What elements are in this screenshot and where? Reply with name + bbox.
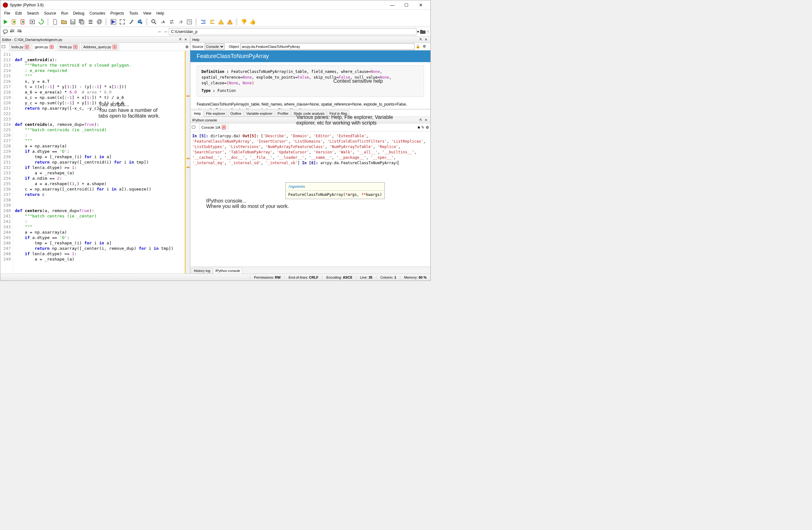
maximize-pane-button[interactable]	[118, 18, 126, 26]
run-cell-button[interactable]	[11, 18, 19, 26]
close-button[interactable]: ✕	[414, 0, 428, 10]
close-icon[interactable]: ×	[222, 125, 226, 130]
dedent-button[interactable]	[208, 18, 216, 26]
menu-help[interactable]: Help	[154, 11, 167, 16]
tab-history-log[interactable]: History log	[192, 268, 213, 274]
console-tab-1a[interactable]: Console 1/A×	[199, 124, 228, 131]
list-button[interactable]	[86, 18, 95, 26]
rerun-button[interactable]	[37, 18, 45, 26]
working-dir-text: C:\Users\dan_p	[171, 29, 197, 34]
maximize-button[interactable]: ☐	[400, 0, 414, 10]
stop-kernel-button[interactable]: ■	[418, 125, 420, 130]
tab-address-query[interactable]: Address_query.py×	[81, 43, 119, 51]
sort-az-button[interactable]: ↓A	[159, 18, 167, 26]
menu-file[interactable]: File	[2, 11, 13, 16]
ipython-header: IPython console Various panes: Help, Fil…	[190, 117, 430, 123]
save-all-button[interactable]	[77, 18, 86, 26]
tab-list-button[interactable]	[2, 45, 8, 49]
help-options-button[interactable]: ⚙	[423, 44, 429, 48]
svg-point-31	[3, 30, 8, 33]
save-button[interactable]	[69, 18, 77, 26]
scroll-strip[interactable]	[186, 51, 190, 274]
ipython-close-button[interactable]: ✕	[423, 117, 429, 123]
tab-geom[interactable]: geom.py×	[33, 43, 56, 51]
console-tablist-button[interactable]	[192, 125, 198, 130]
pythonpath-button[interactable]	[136, 18, 144, 26]
menu-run[interactable]: Run	[59, 11, 71, 16]
back-button[interactable]: ←	[157, 29, 162, 34]
refresh-list-button[interactable]	[185, 18, 193, 26]
comment-button[interactable]	[2, 29, 9, 35]
swap-button[interactable]	[168, 18, 176, 26]
tab-tools[interactable]: tools.py×	[9, 43, 31, 51]
help-undock-button[interactable]: ⇱	[418, 37, 423, 42]
unindent-button[interactable]	[9, 29, 15, 35]
forward-button[interactable]: →	[163, 29, 168, 34]
run-button[interactable]	[2, 18, 10, 26]
tab-label: geom.py	[35, 45, 48, 49]
status-line: Line: 35	[356, 276, 376, 279]
help-close-button[interactable]: ✕	[423, 37, 429, 42]
browse-dir-button[interactable]	[420, 29, 426, 35]
menu-search[interactable]: Search	[24, 11, 42, 16]
tab-label: Static code analysis	[293, 112, 324, 115]
close-icon[interactable]: ×	[113, 45, 117, 49]
run-cell-advance-button[interactable]	[19, 18, 28, 26]
tab-ipython-console[interactable]: IPython console	[213, 268, 242, 274]
working-dir-box[interactable]: C:\Users\dan_p	[169, 28, 417, 35]
open-file-button[interactable]	[60, 18, 68, 26]
clear-button[interactable]: ✎	[421, 125, 424, 130]
debug-button[interactable]	[109, 18, 117, 26]
code-editor[interactable]: 211 212 213 214 215 216 217 218 219 220 …	[0, 51, 190, 274]
menu-source[interactable]: Source	[42, 11, 59, 16]
help-toolbar: Source Console Object 🔓 ⚙	[190, 43, 430, 51]
thumbs-down-button[interactable]: 👎	[240, 18, 248, 26]
run-selection-button[interactable]	[28, 18, 37, 26]
console[interactable]: In [5]: dir(arcpy.da) Out[5]: ['Describe…	[190, 131, 430, 267]
path-dropdown[interactable]: ▾	[417, 29, 419, 34]
lock-icon[interactable]: 🔓	[416, 44, 421, 48]
close-icon[interactable]: ×	[49, 45, 54, 49]
warning-button[interactable]	[217, 18, 225, 26]
new-file-button[interactable]	[51, 18, 59, 26]
close-icon[interactable]: ×	[73, 45, 77, 49]
close-icon[interactable]: ×	[25, 45, 29, 49]
menu-tools[interactable]: Tools	[127, 11, 141, 16]
menu-edit[interactable]: Edit	[13, 11, 24, 16]
indent-button[interactable]	[199, 18, 207, 26]
ipython-undock-button[interactable]: ⇱	[418, 117, 423, 123]
svg-marker-0	[4, 20, 8, 24]
menu-debug[interactable]: Debug	[71, 11, 87, 16]
at-button[interactable]: @	[95, 18, 104, 26]
args-tooltip: Arguments FeatureClassToNumPyArray(*args…	[285, 182, 385, 199]
subtab-static-analysis[interactable]: Static code analysis	[291, 110, 327, 117]
editor-undock-button[interactable]: ⇱	[178, 37, 183, 42]
console-options-button[interactable]: ⚙	[426, 125, 429, 130]
source-select[interactable]: Console	[205, 43, 224, 50]
error-button[interactable]: !	[226, 18, 234, 26]
indent-block-button[interactable]	[16, 29, 23, 35]
menu-consoles[interactable]: Consoles	[87, 11, 108, 16]
editor-close-button[interactable]: ✕	[183, 37, 188, 42]
editor-options-button[interactable]: ⚙	[185, 45, 189, 49]
subtab-file-explorer[interactable]: File explorer	[204, 110, 228, 117]
tab-frmts[interactable]: frmts.py×	[57, 43, 80, 51]
tab-label: tools.py	[11, 45, 24, 49]
find-button[interactable]	[150, 18, 158, 26]
subtab-find-in-files[interactable]: Find in files	[327, 110, 349, 117]
sort-19-button[interactable]: ↓9	[176, 18, 185, 26]
subtab-variable-explorer[interactable]: Variable explorer	[244, 110, 275, 117]
code-content[interactable]: def _centroid(a): """Return the centroid…	[13, 51, 183, 274]
parent-dir-button[interactable]: ↑	[426, 29, 429, 34]
subtab-profiler[interactable]: Profiler	[275, 110, 291, 117]
preferences-button[interactable]	[127, 18, 135, 26]
menu-view[interactable]: View	[141, 11, 154, 16]
menu-projects[interactable]: Projects	[108, 11, 127, 16]
object-input[interactable]	[241, 43, 415, 50]
thumbs-up-button[interactable]: 👍	[249, 18, 257, 26]
subtab-help[interactable]: Help	[192, 110, 203, 117]
help-pane-header: Help ⇱ ✕	[190, 37, 430, 43]
status-eol: End-of-lines: CRLF	[285, 276, 322, 279]
subtab-outline[interactable]: Outline	[228, 110, 244, 117]
minimize-button[interactable]: ―	[385, 0, 400, 10]
